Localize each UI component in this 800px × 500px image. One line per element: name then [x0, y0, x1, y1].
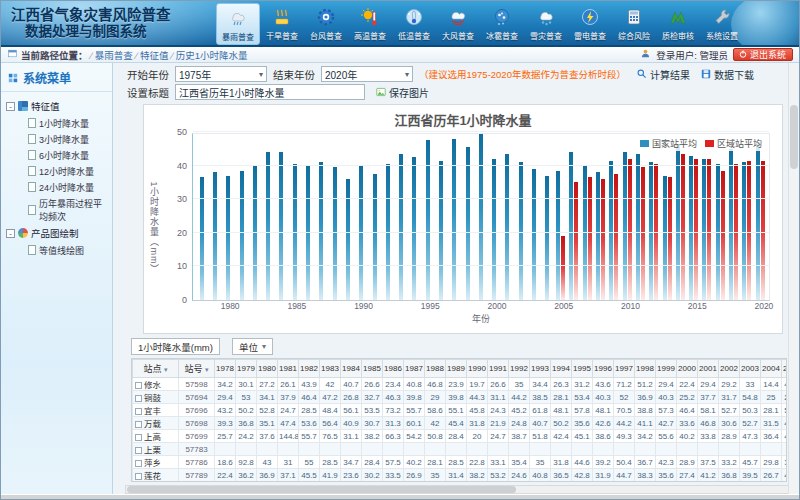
- value-cell: 42.8: [362, 482, 383, 483]
- tab-wind-survey[interactable]: 大风普查: [436, 3, 480, 45]
- bar-group: [461, 134, 474, 300]
- x-tick-label: 1980: [221, 301, 234, 312]
- value-cell: 23.9: [215, 482, 236, 483]
- tab-high-temp-survey[interactable]: 高温普查: [348, 3, 392, 45]
- year-column-header: 1994: [551, 360, 572, 378]
- x-tick-label: 1995: [421, 301, 434, 312]
- tree-item[interactable]: 3小时降水量: [4, 131, 109, 147]
- tree-node[interactable]: -产品图绘制: [4, 224, 109, 242]
- chevron-down-icon: ▾: [405, 70, 409, 79]
- row-checkbox[interactable]: [135, 460, 142, 467]
- station-column-header[interactable]: 站点 ▾: [133, 360, 179, 378]
- tab-comprehensive-risk[interactable]: 综合风险: [612, 3, 656, 45]
- x-tick-label: [714, 301, 727, 312]
- calculate-button[interactable]: 计算结果: [636, 67, 690, 82]
- value-cell: 36.4: [761, 430, 782, 443]
- x-tick-label: [434, 301, 447, 312]
- tree-item[interactable]: 12小时降水量: [4, 163, 109, 179]
- tab-low-temp-survey[interactable]: 低温普查: [392, 3, 436, 45]
- gridline: [193, 232, 769, 233]
- breadcrumb-item-rainstorm[interactable]: 暴雨普查: [91, 48, 133, 62]
- tab-typhoon-survey[interactable]: 台风普查: [304, 3, 348, 45]
- row-checkbox[interactable]: [135, 447, 142, 454]
- tab-drought-survey[interactable]: 干旱普查: [260, 3, 304, 45]
- x-tick-label: [648, 301, 661, 312]
- value-cell: 40.3: [593, 391, 614, 404]
- end-year-select[interactable]: 2020年▾: [321, 66, 413, 82]
- tree-item[interactable]: 6小时降水量: [4, 147, 109, 163]
- value-cell: 28.4: [446, 430, 467, 443]
- breadcrumb-label: 当前路径位置：: [21, 48, 88, 62]
- x-tick-label: [608, 301, 621, 312]
- row-checkbox[interactable]: [135, 408, 142, 415]
- value-cell: 50.2: [551, 417, 572, 430]
- chart-title-input[interactable]: [175, 84, 365, 100]
- x-tick-label: [581, 301, 594, 312]
- row-checkbox[interactable]: [135, 421, 142, 428]
- x-tick-label: [394, 301, 407, 312]
- table-row: 莲花5778922.436.236.937.145.541.923.630.23…: [133, 469, 788, 482]
- year-column-header: 1984: [341, 360, 362, 378]
- tree-toggle-icon[interactable]: -: [6, 102, 15, 111]
- tree-item-label: 等值线绘图: [39, 244, 84, 257]
- tab-hail-survey[interactable]: 冰雹普查: [480, 3, 524, 45]
- value-cell: 35: [530, 456, 551, 469]
- x-tick-label: [327, 301, 340, 312]
- tree-item[interactable]: 等值线绘图: [4, 242, 109, 258]
- tab-quality-audit[interactable]: 质检审核: [656, 3, 700, 45]
- row-checkbox[interactable]: [135, 434, 142, 441]
- logout-button[interactable]: 退出系统: [733, 48, 793, 61]
- tab-rainstorm-survey[interactable]: 暴雨普查: [216, 3, 260, 45]
- value-cell: 42.5: [635, 482, 656, 483]
- breadcrumb-item-1h-precip[interactable]: 历史1小时降水量: [172, 48, 248, 62]
- bar-group: [740, 134, 753, 300]
- sort-filter-icon[interactable]: ▾: [205, 366, 209, 373]
- value-cell: 31.1: [488, 391, 509, 404]
- value-cell: 44.2: [509, 391, 530, 404]
- bar-group: [288, 134, 301, 300]
- station-id-cell: 57793: [179, 482, 215, 483]
- main-content: 开始年份 1975年▾ 结束年份 2020年▾ （建议选用1975-2020年数…: [113, 63, 799, 494]
- row-checkbox[interactable]: [135, 395, 142, 402]
- breadcrumb-item-feature[interactable]: 特征值: [136, 48, 169, 62]
- value-cell: 52.8: [341, 482, 362, 483]
- value-cell: [530, 443, 551, 456]
- value-cell: 25: [761, 391, 782, 404]
- station-name-cell: 萍乡: [133, 456, 179, 469]
- horizontal-scrollbar-thumb[interactable]: [127, 486, 516, 493]
- value-cell: 54.2: [404, 430, 425, 443]
- value-cell: 29: [425, 391, 446, 404]
- value-cell: 53.6: [299, 417, 320, 430]
- unit-dropdown[interactable]: 单位▾: [232, 338, 273, 355]
- tree-item[interactable]: 24小时降水量: [4, 179, 109, 195]
- horizontal-scrollbar[interactable]: [125, 485, 797, 494]
- x-tick-label: [314, 301, 327, 312]
- year-column-header: 1982: [299, 360, 320, 378]
- sort-filter-icon[interactable]: ▾: [164, 366, 168, 373]
- tree-toggle-icon[interactable]: -: [6, 229, 15, 238]
- tree-item[interactable]: 历年暴雨过程平均频次: [4, 195, 109, 224]
- value-cell: 52.7: [740, 417, 761, 430]
- value-cell: 26.6: [488, 378, 509, 391]
- row-checkbox[interactable]: [135, 382, 142, 389]
- download-data-button[interactable]: 数据下载: [700, 67, 754, 82]
- value-cell: [383, 443, 404, 456]
- value-cell: 30.2: [362, 469, 383, 482]
- value-cell: 58.6: [425, 404, 446, 417]
- value-cell: 43.9: [299, 378, 320, 391]
- tab-lightning-survey[interactable]: 雷电普查: [568, 3, 612, 45]
- vertical-scrollbar[interactable]: [788, 63, 799, 494]
- tree-node[interactable]: -特征值: [4, 97, 109, 115]
- tab-system-settings[interactable]: 系统设置: [700, 3, 744, 45]
- station-id-column-header[interactable]: 站号 ▾: [179, 360, 215, 378]
- row-checkbox[interactable]: [135, 473, 142, 480]
- tree-item[interactable]: 1小时降水量: [4, 115, 109, 131]
- tab-snow-survey[interactable]: 雪灾普查: [524, 3, 568, 45]
- bar-regional: [641, 167, 645, 300]
- value-cell: 28.1: [425, 456, 446, 469]
- value-cell: [320, 443, 341, 456]
- start-year-select[interactable]: 1975年▾: [175, 66, 267, 82]
- vertical-scrollbar-thumb[interactable]: [790, 105, 798, 169]
- save-image-button[interactable]: 保存图片: [375, 85, 429, 100]
- value-cell: 33.5: [761, 482, 782, 483]
